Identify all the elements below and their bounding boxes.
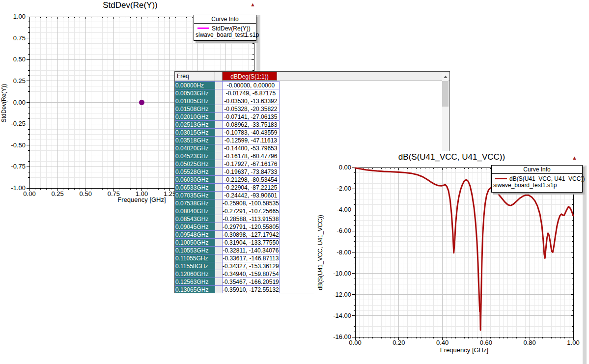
- row-selector-cell[interactable]: [215, 160, 223, 168]
- row-selector-cell[interactable]: [215, 262, 223, 270]
- freq-cell[interactable]: 0.07035GHz: [175, 192, 215, 199]
- row-selector-cell[interactable]: [215, 168, 223, 176]
- row-selector-cell[interactable]: [215, 286, 223, 294]
- curve-info-legend[interactable]: Curve Info dB(S(U41_VCC, U41_VCC)) siwav…: [491, 165, 583, 193]
- row-selector-cell[interactable]: [215, 223, 223, 231]
- value-cell[interactable]: -0.32811, -140.34076: [223, 247, 280, 254]
- value-cell[interactable]: -0.21298, -80.53454: [223, 176, 280, 184]
- freq-cell[interactable]: 0.04523GHz: [175, 152, 215, 160]
- value-cell[interactable]: -0.34327, -153.36129: [223, 262, 280, 270]
- value-cell[interactable]: -0.05328, -20.35822: [223, 105, 280, 113]
- value-cell[interactable]: -0.19637, -73.84733: [223, 168, 280, 176]
- table-row: 0.11055GHz-0.33617, -146.87113: [175, 254, 280, 262]
- row-selector-cell[interactable]: [215, 144, 223, 152]
- legend-source-label: siwave_board_test1.s1p: [194, 31, 256, 38]
- value-cell[interactable]: -0.12599, -47.11613: [223, 137, 280, 144]
- selector-column-header[interactable]: [215, 72, 222, 81]
- scrollbar-thumb[interactable]: [442, 81, 449, 107]
- freq-cell[interactable]: 0.02010GHz: [175, 113, 215, 121]
- freq-cell[interactable]: 0.02513GHz: [175, 121, 215, 129]
- svg-text:-1.00: -1.00: [11, 184, 26, 192]
- freq-cell[interactable]: 0.01005GHz: [175, 97, 215, 105]
- freq-cell[interactable]: 0.09045GHz: [175, 223, 215, 231]
- row-selector-cell[interactable]: [215, 129, 223, 137]
- value-cell[interactable]: -0.03530, -13.63392: [223, 97, 280, 105]
- value-cell[interactable]: -0.08962, -33.75183: [223, 121, 280, 129]
- freq-cell[interactable]: 0.12060GHz: [175, 270, 215, 278]
- svg-text:-0.75: -0.75: [11, 163, 26, 170]
- freq-cell[interactable]: 0.03518GHz: [175, 137, 215, 144]
- freq-cell[interactable]: 0.06533GHz: [175, 184, 215, 192]
- value-cell[interactable]: -0.34940, -159.80754: [223, 270, 280, 278]
- row-selector-cell[interactable]: [215, 270, 223, 278]
- row-selector-cell[interactable]: [215, 113, 223, 121]
- value-cell[interactable]: -0.10783, -40.43559: [223, 129, 280, 137]
- value-cell[interactable]: -0.31904, -133.77550: [223, 239, 280, 247]
- value-cell[interactable]: -0.30898, -127.17942: [223, 231, 280, 239]
- row-selector-cell[interactable]: [215, 199, 223, 207]
- row-selector-cell[interactable]: [215, 121, 223, 129]
- scroll-up-icon: [444, 76, 448, 78]
- row-selector-cell[interactable]: [215, 207, 223, 215]
- row-selector-cell[interactable]: [215, 176, 223, 184]
- stddev-chart-title: StdDev(Re(Y)): [0, 0, 260, 10]
- table-row: 0.07035GHz-0.24442, -93.90601: [175, 192, 280, 199]
- value-cell[interactable]: -0.16178, -60.47796: [223, 152, 280, 160]
- row-selector-cell[interactable]: [215, 231, 223, 239]
- value-cell[interactable]: -0.27291, -107.25665: [223, 207, 280, 215]
- row-selector-cell[interactable]: [215, 215, 223, 223]
- value-cell[interactable]: -0.00000, 0.00000: [223, 82, 280, 89]
- freq-cell[interactable]: 0.05528GHz: [175, 168, 215, 176]
- stddev-y-axis-title: StdDev(Re(Y)): [0, 69, 7, 138]
- value-cell[interactable]: -0.28588, -113.91538: [223, 215, 280, 223]
- freq-cell[interactable]: 0.10553GHz: [175, 247, 215, 254]
- value-cell[interactable]: -0.22904, -87.22125: [223, 184, 280, 192]
- row-selector-cell[interactable]: [215, 97, 223, 105]
- row-selector-cell[interactable]: [215, 239, 223, 247]
- freq-cell[interactable]: 0.01508GHz: [175, 105, 215, 113]
- value-column-header[interactable]: dBDeg(S(1:1)): [222, 72, 277, 81]
- value-cell[interactable]: -0.14400, -53.79653: [223, 144, 280, 152]
- curve-info-legend[interactable]: Curve Info StdDev(Re(Y)) siwave_board_te…: [194, 15, 256, 41]
- svg-text:0.40: 0.40: [436, 339, 449, 346]
- freq-cell[interactable]: 0.08040GHz: [175, 207, 215, 215]
- value-cell[interactable]: -0.07141, -27.06135: [223, 113, 280, 121]
- row-selector-cell[interactable]: [215, 184, 223, 192]
- row-selector-cell[interactable]: [215, 89, 223, 97]
- table-row: 0.07538GHz-0.25908, -100.58535: [175, 199, 280, 207]
- svg-text:-8.00: -8.00: [337, 249, 351, 256]
- freq-cell[interactable]: 0.12563GHz: [175, 278, 215, 286]
- freq-cell[interactable]: 0.06030GHz: [175, 176, 215, 184]
- freq-cell[interactable]: 0.13065GHz: [175, 286, 215, 294]
- freq-cell[interactable]: 0.04020GHz: [175, 144, 215, 152]
- freq-cell[interactable]: 0.03015GHz: [175, 129, 215, 137]
- value-cell[interactable]: -0.17927, -67.16176: [223, 160, 280, 168]
- freq-cell[interactable]: 0.10050GHz: [175, 239, 215, 247]
- value-cell[interactable]: -0.35467, -166.20519: [223, 278, 280, 286]
- freq-cell[interactable]: 0.00000Hz: [175, 82, 215, 89]
- value-cell[interactable]: -0.24442, -93.90601: [223, 192, 280, 199]
- row-selector-cell[interactable]: [215, 247, 223, 254]
- row-selector-cell[interactable]: [215, 278, 223, 286]
- freq-cell[interactable]: 0.05025GHz: [175, 160, 215, 168]
- value-cell[interactable]: -0.29791, -120.55805: [223, 223, 280, 231]
- value-cell[interactable]: -0.35910, -172.55132: [223, 286, 280, 294]
- scroll-up-button[interactable]: [442, 73, 449, 81]
- freq-cell[interactable]: 0.09548GHz: [175, 231, 215, 239]
- value-cell[interactable]: -0.33617, -146.87113: [223, 254, 280, 262]
- freq-cell[interactable]: 0.11558GHz: [175, 262, 215, 270]
- freq-column-header[interactable]: Freq: [175, 72, 215, 81]
- freq-cell[interactable]: 0.07538GHz: [175, 199, 215, 207]
- row-selector-cell[interactable]: [215, 192, 223, 199]
- freq-cell[interactable]: 0.11055GHz: [175, 254, 215, 262]
- value-cell[interactable]: -0.25908, -100.58535: [223, 199, 280, 207]
- row-selector-cell[interactable]: [215, 254, 223, 262]
- row-selector-cell[interactable]: [215, 82, 223, 89]
- svg-text:-4.00: -4.00: [337, 206, 351, 213]
- freq-cell[interactable]: 0.00503GHz: [175, 89, 215, 97]
- row-selector-cell[interactable]: [215, 137, 223, 144]
- row-selector-cell[interactable]: [215, 105, 223, 113]
- freq-cell[interactable]: 0.08543GHz: [175, 215, 215, 223]
- value-cell[interactable]: -0.01749, -6.87175: [223, 89, 280, 97]
- row-selector-cell[interactable]: [215, 152, 223, 160]
